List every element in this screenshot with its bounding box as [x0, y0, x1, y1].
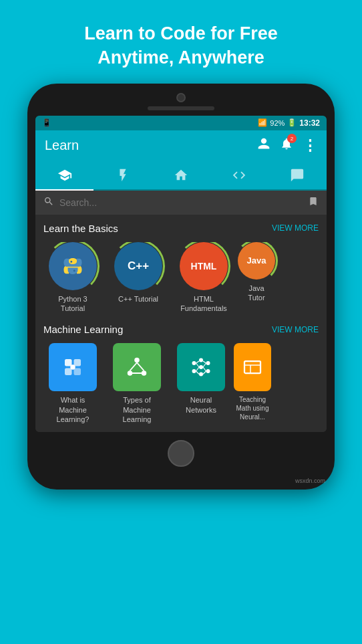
battery-text: 92% [270, 119, 285, 127]
cpp-card[interactable]: C++ C++ Tutorial [109, 242, 168, 314]
svg-line-25 [203, 367, 206, 371]
search-input[interactable] [59, 197, 303, 208]
svg-line-9 [130, 363, 138, 371]
teaching-label: TeachingMath usingNeural... [236, 395, 269, 421]
cpp-icon: C++ [114, 242, 162, 290]
python-label: Python 3Tutorial [58, 294, 87, 314]
svg-point-6 [134, 358, 140, 363]
neural-icon [177, 343, 225, 391]
html-label: HTMLFundamentals [180, 294, 227, 314]
svg-rect-3 [65, 368, 72, 376]
basics-title: Learn the Basics [43, 223, 118, 234]
time-display: 13:32 [299, 118, 320, 128]
svg-line-19 [196, 361, 200, 363]
svg-line-24 [203, 363, 206, 367]
svg-rect-2 [74, 359, 81, 366]
html-card[interactable]: HTML HTMLFundamentals [174, 242, 233, 314]
hero-title: Learn to Code for Free Anytime, Anywhere [84, 21, 278, 70]
basics-view-more[interactable]: VIEW MORE [272, 223, 319, 233]
svg-line-20 [196, 363, 200, 367]
app-title: Learn [45, 138, 79, 153]
svg-point-15 [199, 365, 203, 369]
ml-view-more[interactable]: VIEW MORE [272, 325, 319, 334]
svg-point-14 [199, 358, 203, 362]
svg-line-23 [203, 361, 206, 363]
java-icon: Java [238, 242, 275, 280]
search-icon [43, 196, 54, 209]
home-button-bar [35, 432, 327, 469]
more-icon[interactable]: ⋮ [303, 137, 317, 154]
watermark: wsxdn.com [295, 477, 325, 484]
status-bar: 📱 📶 92% 🔋 13:32 [35, 116, 327, 130]
svg-rect-4 [74, 368, 81, 376]
java-card[interactable]: Java Java Tutor [240, 242, 273, 314]
svg-line-22 [196, 371, 200, 374]
ml-section: Machine Learning VIEW MORE [43, 324, 319, 424]
html-icon: HTML [180, 242, 228, 290]
types-ml-card[interactable]: Types ofMachineLearning [108, 343, 166, 424]
tab-bolt[interactable] [94, 161, 152, 189]
phone-device: 📱 📶 92% 🔋 13:32 Learn 2 ⋮ [27, 84, 335, 490]
svg-point-5 [70, 365, 75, 370]
tab-bar [35, 161, 327, 191]
types-ml-label: Types ofMachineLearning [123, 395, 152, 424]
svg-point-13 [192, 369, 196, 373]
tab-chat[interactable] [268, 161, 327, 189]
cpp-label: C++ Tutorial [118, 294, 158, 304]
teaching-card[interactable]: TeachingMath usingNeural... [236, 343, 269, 424]
basics-section: Learn the Basics VIEW MORE Pyth [43, 223, 319, 314]
wifi-icon: 📶 [258, 118, 267, 127]
home-button[interactable] [168, 440, 194, 467]
svg-point-17 [206, 361, 210, 365]
what-ml-label: What isMachineLearning? [57, 395, 89, 424]
teaching-icon [234, 343, 271, 391]
hero-section: Learn to Code for Free Anytime, Anywhere [71, 0, 291, 84]
phone-screen: 📱 📶 92% 🔋 13:32 Learn 2 ⋮ [35, 116, 327, 432]
svg-point-18 [206, 369, 210, 373]
neural-card[interactable]: NeuralNetworks [172, 343, 230, 424]
content-area: Learn the Basics VIEW MORE Pyth [35, 215, 327, 432]
battery-icon: 🔋 [287, 118, 297, 127]
profile-icon[interactable] [257, 137, 270, 154]
ml-title: Machine Learning [43, 324, 123, 335]
neural-label: NeuralNetworks [186, 395, 216, 415]
notification-icon[interactable]: 2 [280, 137, 293, 154]
what-ml-icon [49, 343, 97, 391]
svg-point-12 [192, 361, 196, 365]
java-label: Java Tutor [240, 284, 273, 303]
bookmark-icon[interactable] [308, 196, 319, 209]
svg-rect-27 [244, 361, 260, 373]
app-bar-actions: 2 ⋮ [257, 137, 317, 154]
app-bar: Learn 2 ⋮ [35, 130, 327, 161]
svg-line-26 [203, 371, 206, 374]
tab-learn[interactable] [35, 161, 94, 189]
search-bar [35, 191, 327, 215]
notification-badge: 2 [287, 134, 297, 143]
python-card[interactable]: Python 3Tutorial [43, 242, 102, 314]
what-ml-card[interactable]: What isMachineLearning? [43, 343, 102, 424]
python-icon [49, 242, 97, 290]
phone-camera [176, 93, 186, 102]
tab-home[interactable] [152, 161, 210, 189]
tab-code[interactable] [210, 161, 268, 189]
types-ml-icon [113, 343, 161, 391]
svg-line-10 [137, 363, 144, 371]
svg-line-21 [196, 367, 200, 371]
svg-rect-1 [65, 359, 72, 366]
svg-point-16 [199, 372, 203, 377]
svg-point-0 [62, 255, 84, 277]
phone-speaker [148, 106, 214, 110]
app-status-icon: 📱 [42, 118, 51, 127]
